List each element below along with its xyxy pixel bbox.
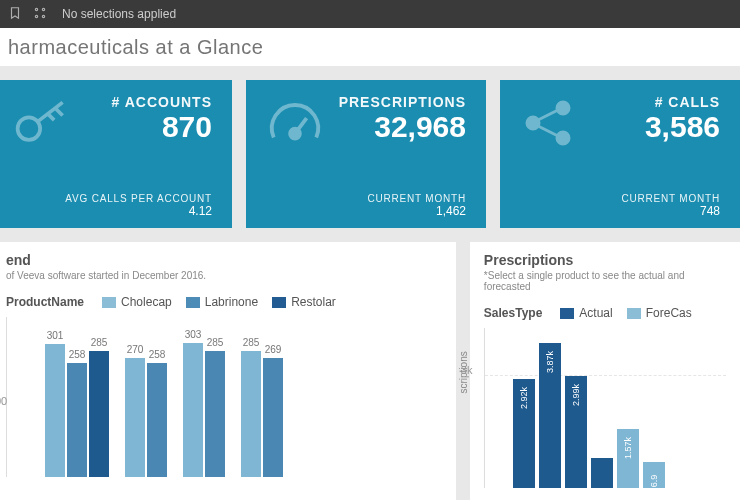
legend-item[interactable]: Labrinone xyxy=(186,295,258,309)
bar[interactable]: 258 xyxy=(67,363,87,477)
svg-point-1 xyxy=(42,8,44,10)
bookmark-icon[interactable] xyxy=(8,6,22,23)
bar-value-label: 258 xyxy=(69,349,86,360)
kpi-label: # CALLS xyxy=(590,94,720,110)
selections-status: No selections applied xyxy=(62,7,176,21)
bar-value-label: 2.92k xyxy=(519,386,529,408)
bar-value-label: 285 xyxy=(243,337,260,348)
kpi-label: PRESCRIPTIONS xyxy=(336,94,466,110)
bar-group[interactable]: 285269 xyxy=(241,351,283,477)
bar[interactable]: 285 xyxy=(89,351,109,477)
top-bar: No selections applied xyxy=(0,0,740,28)
prescriptions-panel[interactable]: Prescriptions *Select a single product t… xyxy=(470,242,740,500)
kpi-cards: # ACCOUNTS 870 AVG CALLS PER ACCOUNT 4.1… xyxy=(0,66,740,242)
bar-value-label: 301 xyxy=(47,330,64,341)
kpi-label: # ACCOUNTS xyxy=(84,94,212,110)
bar[interactable] xyxy=(591,458,613,488)
bar-value-label: 303 xyxy=(185,329,202,340)
bar-group[interactable]: 301258285 xyxy=(45,344,109,477)
bar[interactable]: 3.87k xyxy=(539,343,561,488)
bar-value-label: 285 xyxy=(207,337,224,348)
kpi-sub-value: 4.12 xyxy=(12,204,212,218)
page-title-bar: harmaceuticals at a Glance xyxy=(0,28,740,66)
svg-point-3 xyxy=(42,15,44,17)
bar-value-label: 2.99k xyxy=(571,384,581,406)
chart-legend: SalesType Actual ForeCas xyxy=(484,306,726,320)
bar[interactable]: 301 xyxy=(45,344,65,477)
bar-group[interactable]: 270258 xyxy=(125,358,167,477)
bar-value-label: 269 xyxy=(265,344,282,355)
chart-panels: end of Veeva software started in Decembe… xyxy=(0,242,740,500)
bar-value-label: 270 xyxy=(127,344,144,355)
legend-label: ProductName xyxy=(6,295,84,309)
bar[interactable]: 269 xyxy=(263,358,283,477)
legend-item[interactable]: Cholecap xyxy=(102,295,172,309)
kpi-card-accounts[interactable]: # ACCOUNTS 870 AVG CALLS PER ACCOUNT 4.1… xyxy=(0,80,232,228)
toolbar-icons xyxy=(8,6,48,23)
svg-point-2 xyxy=(35,15,37,17)
kpi-value: 3,586 xyxy=(590,110,720,143)
kpi-card-prescriptions[interactable]: PRESCRIPTIONS 32,968 CURRENT MONTH 1,462 xyxy=(246,80,486,228)
kpi-sub-label: CURRENT MONTH xyxy=(520,193,720,204)
kpi-sub-label: CURRENT MONTH xyxy=(266,193,466,204)
bar[interactable]: 303 xyxy=(183,343,203,477)
kpi-sub-label: AVG CALLS PER ACCOUNT xyxy=(12,193,212,204)
legend-item[interactable]: Restolar xyxy=(272,295,336,309)
legend-item[interactable]: ForeCas xyxy=(627,306,692,320)
panel-subtitle: *Select a single product to see the actu… xyxy=(484,270,726,292)
gauge-icon xyxy=(266,94,324,152)
share-icon xyxy=(520,94,578,152)
svg-point-8 xyxy=(557,102,569,114)
panel-subtitle: of Veeva software started in December 20… xyxy=(6,270,442,281)
svg-point-9 xyxy=(557,132,569,144)
bar[interactable]: 285 xyxy=(241,351,261,477)
legend-item[interactable]: Actual xyxy=(560,306,612,320)
kpi-sub-value: 748 xyxy=(520,204,720,218)
prescriptions-chart[interactable]: scriptions 3k2.92k3.87k2.99k1.57k6.9 xyxy=(484,328,726,488)
bar-value-label: 258 xyxy=(149,349,166,360)
svg-point-4 xyxy=(18,117,41,140)
kpi-value: 870 xyxy=(84,110,212,143)
chart-legend: ProductName Cholecap Labrinone Restolar xyxy=(6,295,442,309)
trend-panel[interactable]: end of Veeva software started in Decembe… xyxy=(0,242,456,500)
bar-value-label: 3.87k xyxy=(545,351,555,373)
legend-label: SalesType xyxy=(484,306,542,320)
bar-value-label: 6.9 xyxy=(649,475,659,488)
y-tick: 3k xyxy=(461,364,473,376)
page-title: harmaceuticals at a Glance xyxy=(8,36,263,59)
bar[interactable]: 258 xyxy=(147,363,167,477)
panel-title: end xyxy=(6,252,442,268)
bar[interactable]: 6.9 xyxy=(643,462,665,488)
trend-chart[interactable]: 00 301258285270258303285285269 xyxy=(6,317,442,477)
bar[interactable]: 270 xyxy=(125,358,145,477)
selections-icon[interactable] xyxy=(32,6,48,23)
panel-title: Prescriptions xyxy=(484,252,726,268)
bar[interactable]: 2.92k xyxy=(513,379,535,489)
kpi-value: 32,968 xyxy=(336,110,466,143)
bar[interactable]: 285 xyxy=(205,351,225,477)
bar[interactable]: 1.57k xyxy=(617,429,639,488)
bar[interactable]: 2.99k xyxy=(565,376,587,488)
kpi-card-calls[interactable]: # CALLS 3,586 CURRENT MONTH 748 xyxy=(500,80,740,228)
svg-line-11 xyxy=(538,126,558,136)
y-tick: 00 xyxy=(0,395,7,407)
svg-point-7 xyxy=(527,117,539,129)
bar-value-label: 285 xyxy=(91,337,108,348)
svg-line-10 xyxy=(538,110,558,120)
key-icon xyxy=(12,94,72,152)
kpi-sub-value: 1,462 xyxy=(266,204,466,218)
bar-group[interactable]: 303285 xyxy=(183,343,225,477)
bar-value-label: 1.57k xyxy=(623,437,633,459)
svg-point-0 xyxy=(35,8,37,10)
